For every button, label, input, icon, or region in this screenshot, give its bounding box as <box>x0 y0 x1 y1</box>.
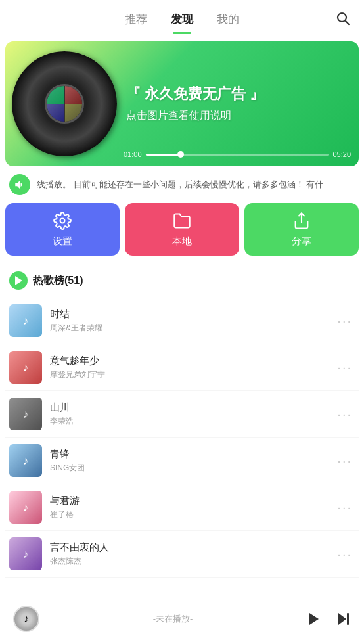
song-more-6[interactable]: ··· <box>334 547 355 560</box>
song-info-2: 意气趁年少 摩登兄弟刘宇宁 <box>50 355 327 380</box>
hotchart-title: 热歌榜(51) <box>33 274 83 288</box>
song-info-3: 山川 李荣浩 <box>50 401 327 427</box>
song-name-4: 青锋 <box>50 448 327 461</box>
progress-bar[interactable] <box>146 154 329 156</box>
song-artist-1: 周深&王者荣耀 <box>50 323 327 334</box>
banner-title: 『 永久免费无广告 』 <box>126 85 350 104</box>
banner-text-area: 『 永久免费无广告 』 点击图片查看使用说明 <box>117 85 359 123</box>
playback-controls <box>306 611 351 627</box>
action-buttons-row: 设置 本地 分享 <box>0 203 364 256</box>
song-artist-2: 摩登兄弟刘宇宁 <box>50 369 327 380</box>
song-item-6[interactable]: ♪ 言不由衷的人 张杰陈杰 ··· <box>5 531 359 578</box>
hotchart-header: 热歌榜(51) <box>0 266 364 298</box>
song-name-3: 山川 <box>50 401 327 414</box>
song-cover-5: ♪ <box>9 491 42 524</box>
progress-dot <box>177 151 184 158</box>
notice-text: 线播放。 目前可能还存在一些小问题，后续会慢慢优化，请多多包涵！ 有什 <box>37 179 323 191</box>
hotchart-play-button[interactable] <box>9 271 28 290</box>
share-label: 分享 <box>292 235 311 248</box>
song-info-5: 与君游 崔子格 <box>50 495 327 520</box>
banner-progress: 01:00 05:20 <box>124 150 351 158</box>
song-cover-4: ♪ <box>9 444 42 477</box>
nav-tabs: 推荐 发现 我的 <box>125 12 239 32</box>
top-navigation: 推荐 发现 我的 <box>0 0 364 32</box>
next-track-button[interactable] <box>335 611 351 627</box>
song-cover-2: ♪ <box>9 351 42 384</box>
svg-marker-4 <box>15 276 22 285</box>
svg-rect-7 <box>347 613 349 625</box>
song-more-5[interactable]: ··· <box>334 501 355 514</box>
time-current: 01:00 <box>124 150 142 158</box>
now-playing-label: -未在播放- <box>39 613 306 625</box>
song-artist-6: 张杰陈杰 <box>50 556 327 567</box>
song-more-1[interactable]: ··· <box>334 314 355 327</box>
song-cover-6: ♪ <box>9 537 42 570</box>
song-name-6: 言不由衷的人 <box>50 541 327 554</box>
play-pause-button[interactable] <box>306 611 322 627</box>
tab-mine[interactable]: 我的 <box>217 12 239 32</box>
svg-marker-6 <box>338 613 346 625</box>
song-item-1[interactable]: ♪ 时结 周深&王者荣耀 ··· <box>5 298 359 344</box>
tab-discover[interactable]: 发现 <box>171 12 193 32</box>
now-playing-thumbnail[interactable]: ♪ <box>13 606 39 632</box>
svg-point-2 <box>60 218 65 223</box>
song-artist-5: 崔子格 <box>50 509 327 520</box>
song-name-1: 时结 <box>50 308 327 321</box>
speaker-icon <box>9 174 30 195</box>
song-more-2[interactable]: ··· <box>334 361 355 374</box>
svg-marker-5 <box>309 613 319 625</box>
song-info-1: 时结 周深&王者荣耀 <box>50 308 327 334</box>
bottom-player-bar: ♪ -未在播放- <box>0 599 364 638</box>
vinyl-inner <box>45 84 84 124</box>
song-name-5: 与君游 <box>50 495 327 507</box>
song-list: ♪ 时结 周深&王者荣耀 ··· ♪ 意气趁年少 摩登兄弟刘宇宁 ··· ♪ 山… <box>0 298 364 578</box>
banner-vinyl <box>12 51 117 156</box>
song-artist-3: 李荣浩 <box>50 416 327 427</box>
share-button[interactable]: 分享 <box>244 203 359 256</box>
settings-button[interactable]: 设置 <box>5 203 120 256</box>
time-total: 05:20 <box>332 150 351 158</box>
music-note-icon: ♪ <box>24 613 29 625</box>
song-item-3[interactable]: ♪ 山川 李荣浩 ··· <box>5 391 359 438</box>
song-cover-1: ♪ <box>9 304 42 337</box>
notice-bar: 线播放。 目前可能还存在一些小问题，后续会慢慢优化，请多多包涵！ 有什 <box>0 166 364 203</box>
svg-line-1 <box>346 21 350 25</box>
banner-subtitle: 点击图片查看使用说明 <box>126 109 350 123</box>
settings-label: 设置 <box>53 235 72 248</box>
local-label: 本地 <box>172 235 192 248</box>
song-item-2[interactable]: ♪ 意气趁年少 摩登兄弟刘宇宁 ··· <box>5 344 359 391</box>
song-more-4[interactable]: ··· <box>334 454 355 467</box>
song-name-2: 意气趁年少 <box>50 355 327 367</box>
banner[interactable]: 『 永久免费无广告 』 点击图片查看使用说明 01:00 05:20 <box>5 41 359 166</box>
search-button[interactable] <box>335 11 351 28</box>
song-artist-4: SING女团 <box>50 463 327 474</box>
progress-fill <box>146 154 181 156</box>
song-item-4[interactable]: ♪ 青锋 SING女团 ··· <box>5 438 359 484</box>
song-item-5[interactable]: ♪ 与君游 崔子格 ··· <box>5 484 359 531</box>
local-button[interactable]: 本地 <box>125 203 239 256</box>
song-cover-3: ♪ <box>9 398 42 430</box>
tab-recommend[interactable]: 推荐 <box>125 12 147 32</box>
song-info-4: 青锋 SING女团 <box>50 448 327 474</box>
song-more-3[interactable]: ··· <box>334 407 355 421</box>
song-info-6: 言不由衷的人 张杰陈杰 <box>50 541 327 567</box>
